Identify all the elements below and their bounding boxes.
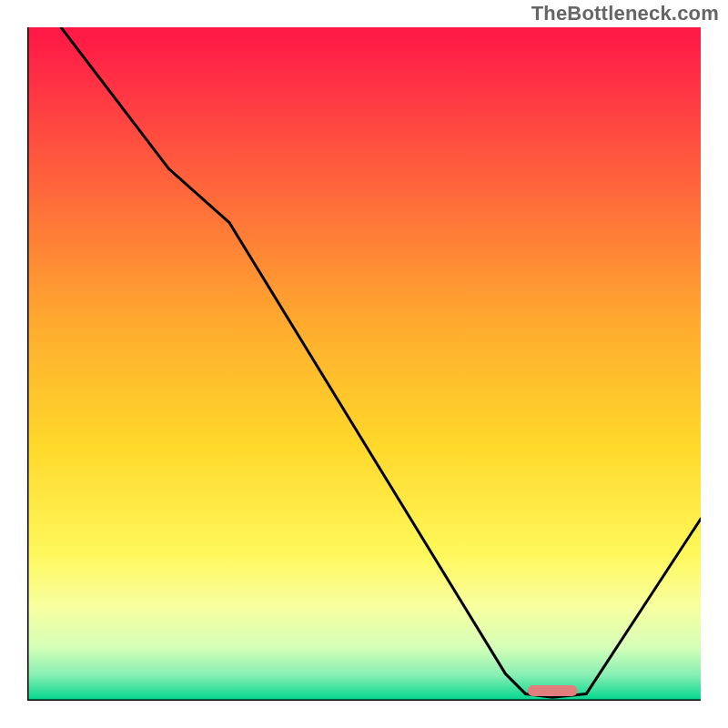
chart-frame: TheBottleneck.com (0, 0, 728, 728)
optimal-marker (528, 685, 578, 696)
gradient-background (27, 27, 701, 701)
chart-svg (27, 27, 701, 701)
watermark-text: TheBottleneck.com (531, 2, 719, 25)
plot-area (27, 27, 701, 701)
